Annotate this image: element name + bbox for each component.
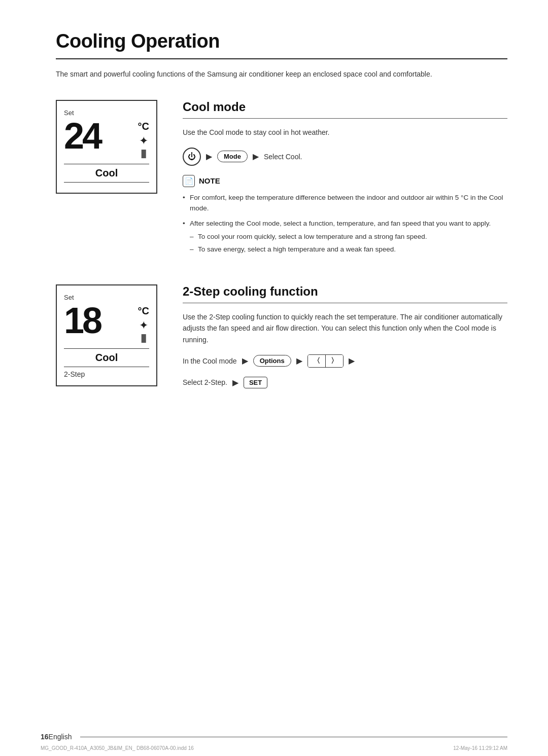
page-title: Cooling Operation	[56, 30, 507, 52]
cool-mode-section: Set 24 °C ✦ ▐▌ Cool Cool mode Use the Co…	[56, 100, 507, 259]
in-cool-mode-text: In the Cool mode	[183, 357, 237, 365]
note-item-2-text: After selecting the Cool mode, select a …	[190, 220, 491, 227]
step-arrow-3: ▶	[349, 356, 355, 366]
page-number: 16	[41, 733, 49, 741]
select-2step-text: Select 2-Step.	[183, 378, 227, 386]
note-item-2: After selecting the Cool mode, select a …	[183, 218, 507, 255]
step-display-mode-label: Cool	[64, 352, 149, 364]
note-box: 📄 NOTE For comfort, keep the temperature…	[183, 175, 507, 255]
sub-item-2: To save energy, select a high temperatur…	[190, 244, 507, 255]
footer-info: MG_GOOD_R-410A_A3050_JB&IM_EN_ DB68-0607…	[41, 745, 507, 751]
select-cool-text: Select Cool.	[264, 153, 302, 161]
sub-item-1: To cool your room quickly, select a low …	[190, 231, 507, 242]
step-display-temp-unit: °C	[138, 305, 149, 317]
cool-mode-display: Set 24 °C ✦ ▐▌ Cool	[56, 100, 157, 194]
fan-bars: ▐▌	[139, 150, 148, 158]
display-temp-unit: °C	[138, 121, 149, 132]
page-footer: 16 English	[41, 733, 507, 741]
step-instruction-line2: Select 2-Step. ▶ SET	[183, 377, 507, 388]
step-display-temperature: 18	[64, 302, 100, 339]
footer-file: MG_GOOD_R-410A_A3050_JB&IM_EN_ DB68-0607…	[41, 745, 194, 751]
step-instruction-line1: In the Cool mode ▶ Options ▶ 〈 〉 ▶	[183, 354, 507, 368]
step-cooling-section: Set 18 °C ✦ ▐▌ Cool 2-Step 2-Step coolin…	[56, 284, 507, 388]
note-header: 📄 NOTE	[183, 175, 507, 187]
note-icon: 📄	[183, 175, 195, 187]
cool-mode-instruction: ⏻ ▶ Mode ▶ Select Cool.	[183, 148, 507, 166]
step-cooling-content: 2-Step cooling function Use the 2-Step c…	[183, 284, 507, 388]
display-mode-label: Cool	[64, 167, 149, 179]
display-temperature: 24	[64, 118, 100, 154]
step-arrow-1: ▶	[242, 356, 248, 366]
step-fan-icon: ✦	[139, 319, 148, 332]
power-symbol: ⏻	[188, 152, 196, 161]
fan-icon: ✦	[139, 134, 148, 148]
options-pill-button: Options	[253, 355, 291, 367]
footer-divider	[80, 737, 508, 737]
step-cooling-desc: Use the 2-Step cooling function to quick…	[183, 311, 507, 345]
nav-button-group: 〈 〉	[307, 354, 344, 368]
note-label: NOTE	[199, 176, 220, 185]
note-list: For comfort, keep the temperature differ…	[183, 192, 507, 255]
step-display-sub-label: 2-Step	[64, 370, 149, 378]
cool-mode-title: Cool mode	[183, 100, 507, 119]
step-display-divider-1	[64, 348, 149, 349]
step-cooling-display: Set 18 °C ✦ ▐▌ Cool 2-Step	[56, 284, 157, 386]
step-arrow-2: ▶	[296, 356, 302, 366]
sub-list: To cool your room quickly, select a low …	[190, 231, 507, 255]
page-number-suffix: English	[49, 733, 72, 741]
instruction-arrow-1: ▶	[206, 152, 212, 161]
title-divider	[56, 58, 507, 59]
step-cooling-title: 2-Step cooling function	[183, 284, 507, 303]
instruction-arrow-2: ▶	[253, 152, 259, 161]
cool-mode-content: Cool mode Use the Cool mode to stay cool…	[183, 100, 507, 259]
intro-text: The smart and powerful cooling functions…	[56, 68, 472, 80]
set-square-button[interactable]: SET	[244, 377, 267, 388]
nav-right-button[interactable]: 〉	[326, 355, 343, 367]
step-display-divider-2	[64, 367, 149, 367]
step-fan-bars: ▐▌	[139, 334, 148, 342]
note-item-1: For comfort, keep the temperature differ…	[183, 192, 507, 214]
note-item-1-text: For comfort, keep the temperature differ…	[190, 194, 503, 212]
cool-mode-desc: Use the Cool mode to stay cool in hot we…	[183, 127, 507, 138]
mode-pill-button: Mode	[217, 151, 248, 162]
nav-left-button[interactable]: 〈	[308, 355, 326, 367]
display-divider-1	[64, 164, 149, 164]
power-button-icon: ⏻	[183, 148, 201, 166]
step-select-arrow: ▶	[232, 378, 238, 387]
footer-date: 12-May-16 11:29:12 AM	[453, 745, 507, 751]
display-divider-2	[64, 182, 149, 183]
